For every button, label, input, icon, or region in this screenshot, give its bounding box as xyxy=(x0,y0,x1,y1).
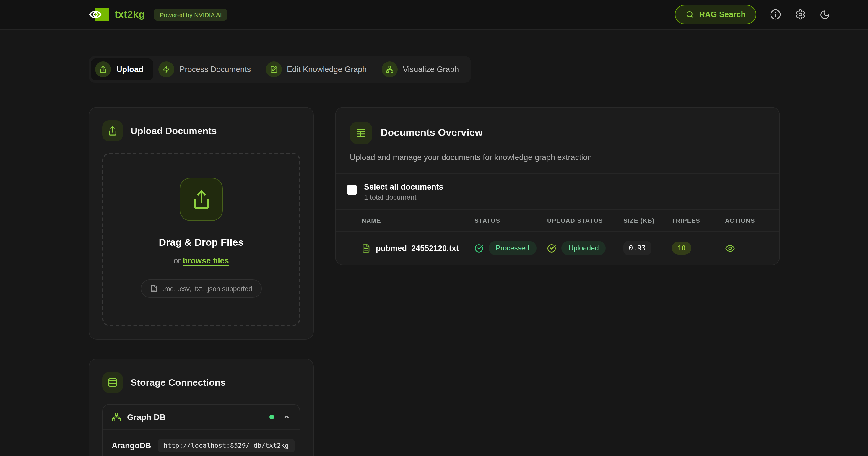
zap-icon xyxy=(158,61,174,77)
graph-db-section-toggle[interactable]: Graph DB xyxy=(103,404,300,429)
upload-status-badge: Uploaded xyxy=(561,241,606,255)
triples-count-badge: 10 xyxy=(672,241,692,255)
main-content: Upload Documents Drag & Drop Files or br… xyxy=(89,107,780,456)
status-badge: Processed xyxy=(489,241,536,255)
dropzone-subtitle: or browse files xyxy=(115,256,287,265)
upload-icon xyxy=(102,121,123,141)
size-cell: 0.93 xyxy=(623,241,651,255)
tab-upload[interactable]: Upload xyxy=(91,59,153,80)
page: txt2kg Powered by NVIDIA AI RAG Search xyxy=(0,0,868,456)
status-cell: Processed xyxy=(474,241,547,255)
supported-formats-pill: .md, .csv, .txt, .json supported xyxy=(141,280,262,298)
content-container: Upload Process Documents Edit Knowledge … xyxy=(89,30,780,456)
tab-visualize-graph[interactable]: Visualize Graph xyxy=(377,59,468,80)
col-triples: TRIPLES xyxy=(672,217,725,224)
graph-db-provider-row: ArangoDB http://localhost:8529/_db/txt2k… xyxy=(112,439,291,452)
upload-documents-card: Upload Documents Drag & Drop Files or br… xyxy=(89,107,314,339)
network-icon xyxy=(381,61,397,77)
table-icon xyxy=(350,122,372,144)
col-upload-status: UPLOAD STATUS xyxy=(547,217,623,224)
rag-search-button[interactable]: RAG Search xyxy=(675,5,756,24)
documents-table-header: NAME STATUS UPLOAD STATUS SIZE (KB) TRIP… xyxy=(336,209,779,232)
col-name: NAME xyxy=(362,217,474,224)
file-dropzone[interactable]: Drag & Drop Files or browse files .md, .… xyxy=(102,153,300,326)
document-name-cell: pubmed_24552120.txt xyxy=(362,243,474,253)
select-all-text: Select all documents 1 total document xyxy=(364,183,443,201)
db-connections-panel: Graph DB ArangoDB xyxy=(102,404,300,456)
dropzone-title: Drag & Drop Files xyxy=(115,237,287,249)
rag-search-label: RAG Search xyxy=(699,10,746,19)
top-bar: txt2kg Powered by NVIDIA AI RAG Search xyxy=(0,0,868,30)
select-all-row: Select all documents 1 total document xyxy=(336,173,779,209)
col-size: SIZE (KB) xyxy=(623,217,672,224)
nav-tabs: Upload Process Documents Edit Knowledge … xyxy=(89,56,471,83)
txt2kg-app: txt2kg Powered by NVIDIA AI RAG Search xyxy=(0,0,868,456)
documents-card-header: Documents Overview xyxy=(336,107,779,144)
total-documents-count: 1 total document xyxy=(364,193,443,201)
or-text: or xyxy=(174,256,181,265)
upload-status-cell: Uploaded xyxy=(547,241,623,255)
table-row: pubmed_24552120.txt Processed xyxy=(336,232,779,265)
connected-status-dot xyxy=(270,415,274,419)
graph-db-label: Graph DB xyxy=(127,412,166,422)
tab-process-label: Process Documents xyxy=(180,65,251,74)
supported-formats-label: .md, .csv, .txt, .json supported xyxy=(162,285,252,292)
check-circle-icon xyxy=(474,243,483,253)
triples-cell: 10 xyxy=(672,241,692,255)
select-all-checkbox[interactable] xyxy=(347,185,357,195)
upload-icon xyxy=(180,178,223,221)
documents-card-title: Documents Overview xyxy=(380,127,483,139)
edit-icon xyxy=(266,61,282,77)
col-actions: ACTIONS xyxy=(725,217,779,224)
tab-edit-label: Edit Knowledge Graph xyxy=(287,65,367,74)
actions-cell xyxy=(725,243,737,253)
documents-overview-card: Documents Overview Upload and manage you… xyxy=(335,107,780,265)
connection-url: http://localhost:8529/_db/txt2kg xyxy=(158,439,295,452)
powered-by-badge: Powered by NVIDIA AI xyxy=(154,8,228,21)
storage-card-header: Storage Connections xyxy=(102,372,300,393)
col-status: STATUS xyxy=(474,217,547,224)
documents-card-subtitle: Upload and manage your documents for kno… xyxy=(336,153,779,162)
document-filename: pubmed_24552120.txt xyxy=(376,243,459,253)
settings-button[interactable] xyxy=(795,9,806,20)
col-checkbox-spacer xyxy=(347,217,362,224)
network-icon xyxy=(112,412,121,422)
tab-edit-knowledge-graph[interactable]: Edit Knowledge Graph xyxy=(261,59,376,80)
tab-process-documents[interactable]: Process Documents xyxy=(154,59,260,80)
right-column: Documents Overview Upload and manage you… xyxy=(335,107,780,265)
top-bar-actions: RAG Search xyxy=(675,5,830,24)
nvidia-logo-icon xyxy=(89,8,109,21)
file-icon xyxy=(150,285,158,292)
database-icon xyxy=(102,372,123,393)
dark-mode-toggle[interactable] xyxy=(819,9,830,20)
file-text-icon xyxy=(362,243,370,253)
provider-name: ArangoDB xyxy=(112,441,151,450)
search-icon xyxy=(685,10,694,19)
graph-db-status xyxy=(270,413,291,421)
select-all-label: Select all documents xyxy=(364,183,443,191)
tab-visualize-label: Visualize Graph xyxy=(403,65,459,74)
chevron-up-icon[interactable] xyxy=(282,413,291,421)
tab-upload-label: Upload xyxy=(116,65,144,74)
brand: txt2kg Powered by NVIDIA AI xyxy=(89,8,228,21)
info-button[interactable] xyxy=(770,9,781,20)
check-circle-icon xyxy=(547,243,556,253)
storage-connections-card: Storage Connections Graph DB xyxy=(89,359,314,456)
left-column: Upload Documents Drag & Drop Files or br… xyxy=(89,107,314,456)
storage-card-title: Storage Connections xyxy=(131,377,226,388)
app-title: txt2kg xyxy=(115,8,145,21)
size-value: 0.93 xyxy=(623,241,651,255)
upload-icon xyxy=(95,61,111,77)
upload-card-title: Upload Documents xyxy=(131,126,217,136)
upload-card-header: Upload Documents xyxy=(102,121,300,141)
browse-files-link[interactable]: browse files xyxy=(183,256,229,265)
view-document-button[interactable] xyxy=(725,243,737,253)
graph-db-details: ArangoDB http://localhost:8529/_db/txt2k… xyxy=(103,429,300,456)
